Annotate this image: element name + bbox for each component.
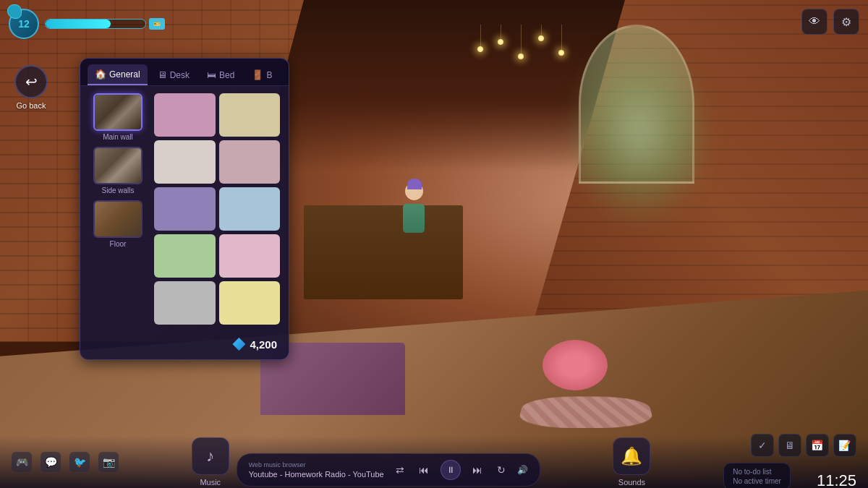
color-swatch-5[interactable] xyxy=(154,187,216,231)
level-badge: 12 xyxy=(9,9,39,39)
tab-extra-icon: 🚪 xyxy=(252,69,263,80)
color-swatch-10[interactable] xyxy=(219,281,281,325)
ticket-icon: 🎫 xyxy=(149,18,165,30)
sounds-section: 🔔 Sounds xyxy=(613,437,650,487)
tab-desk[interactable]: 🖥 Desk xyxy=(150,64,197,85)
hanging-lights xyxy=(477,25,564,59)
rug xyxy=(516,397,655,428)
panel-body: Main wall Side walls Floor xyxy=(80,86,289,332)
notes-button[interactable]: 📝 xyxy=(833,434,856,457)
todo-time-row: No to-do list No active timer 11:25 xyxy=(723,463,856,488)
customization-panel: 🏠 General 🖥 Desk 🛏 Bed 🚪 B Main wall xyxy=(80,58,289,360)
right-bottom-hud: ✓ 🖥 📅 📝 No to-do list No active timer 11… xyxy=(723,434,856,488)
color-swatch-3[interactable] xyxy=(154,140,216,184)
tab-desk-icon: 🖥 xyxy=(158,69,167,80)
tab-general-label: General xyxy=(109,69,140,80)
steam-icon[interactable]: 🎮 xyxy=(12,452,32,472)
hud-bottom-icons: ✓ 🖥 📅 📝 xyxy=(751,434,856,457)
thumb-main-wall[interactable]: Main wall xyxy=(89,93,147,141)
tab-extra-label: B xyxy=(266,70,272,80)
thumb-floor[interactable]: Floor xyxy=(89,200,147,248)
todo-box: No to-do list No active timer xyxy=(723,463,791,488)
desk xyxy=(304,205,463,299)
tab-general[interactable]: 🏠 General xyxy=(88,64,148,85)
color-swatch-7[interactable] xyxy=(154,234,216,278)
snake-icon xyxy=(7,4,22,19)
thumb-main-wall-img xyxy=(93,93,142,131)
tab-bed[interactable]: 🛏 Bed xyxy=(200,64,242,85)
play-pause-button[interactable]: ⏸ xyxy=(441,460,461,480)
thumbnails-column: Main wall Side walls Floor xyxy=(89,93,147,325)
no-timer-text: No active timer xyxy=(733,477,781,485)
color-grid xyxy=(154,93,280,325)
thumb-side-walls[interactable]: Side walls xyxy=(89,147,147,194)
thumb-floor-label: Floor xyxy=(110,240,127,248)
calendar-button[interactable]: 📅 xyxy=(806,434,829,457)
eye-button[interactable]: 👁 xyxy=(801,9,827,35)
color-swatch-8[interactable] xyxy=(219,234,281,278)
diamond-icon xyxy=(232,338,245,351)
xp-bar-fill xyxy=(46,20,111,28)
thumb-main-wall-label: Main wall xyxy=(103,133,133,141)
music-label: Music xyxy=(200,478,221,487)
color-swatch-4[interactable] xyxy=(219,140,281,184)
window-arch xyxy=(579,25,694,184)
clock-display: 11:25 xyxy=(817,471,856,488)
tab-desk-label: Desk xyxy=(170,70,190,80)
tab-bed-icon: 🛏 xyxy=(207,69,216,80)
tab-bed-label: Bed xyxy=(219,70,234,80)
instagram-icon[interactable]: 📷 xyxy=(98,452,119,472)
back-arrow-icon: ↩ xyxy=(25,73,38,90)
bean-bag xyxy=(542,340,608,390)
tabs-row: 🏠 General 🖥 Desk 🛏 Bed 🚪 B xyxy=(80,59,289,86)
tab-extra[interactable]: 🚪 B xyxy=(244,64,279,85)
music-info: Web music browser Youtube - Homework Rad… xyxy=(249,461,384,479)
twitter-icon[interactable]: 🐦 xyxy=(69,452,90,472)
color-swatch-1[interactable] xyxy=(154,93,216,137)
checkmark-button[interactable]: ✓ xyxy=(751,434,774,457)
tab-general-icon: 🏠 xyxy=(95,69,106,80)
go-back-button[interactable]: ↩ Go back xyxy=(14,65,48,110)
currency-row: 4,200 xyxy=(80,332,289,351)
sounds-label: Sounds xyxy=(618,478,645,487)
no-todo-text: No to-do list xyxy=(733,468,771,476)
hud-topleft: 12 🎫 xyxy=(9,9,165,39)
sounds-button[interactable]: 🔔 xyxy=(613,437,650,475)
color-swatch-9[interactable] xyxy=(154,281,216,325)
character xyxy=(399,186,428,236)
hud-topright: 👁 ⚙ xyxy=(801,9,859,35)
level-number: 12 xyxy=(18,18,30,30)
repeat-button[interactable]: ↻ xyxy=(494,463,509,477)
back-arrow-circle: ↩ xyxy=(14,65,48,98)
social-icons: 🎮 💬 🐦 📷 xyxy=(12,452,119,472)
go-back-label: Go back xyxy=(17,101,46,110)
discord-icon[interactable]: 💬 xyxy=(41,452,61,472)
xp-bar-container: 🎫 xyxy=(45,18,165,30)
music-track: Youtube - Homework Radio - YouTube xyxy=(249,470,384,479)
volume-icon: 🔊 xyxy=(517,465,528,475)
music-source: Web music browser xyxy=(249,461,384,468)
next-button[interactable]: ⏭ xyxy=(469,463,485,477)
thumb-side-walls-label: Side walls xyxy=(101,187,134,194)
monitor-button[interactable]: 🖥 xyxy=(778,434,801,457)
xp-bar-bg xyxy=(45,19,146,29)
music-controls: Web music browser Youtube - Homework Rad… xyxy=(237,453,540,487)
prev-button[interactable]: ⏮ xyxy=(416,463,432,477)
color-swatch-6[interactable] xyxy=(219,187,281,231)
music-button[interactable]: ♪ xyxy=(192,437,229,475)
shuffle-button[interactable]: ⇄ xyxy=(393,463,407,477)
thumb-side-walls-img xyxy=(93,147,142,184)
currency-amount: 4,200 xyxy=(250,338,277,351)
settings-icon: ⚙ xyxy=(841,15,851,29)
thumb-floor-img xyxy=(93,200,142,238)
color-swatch-2[interactable] xyxy=(219,93,281,137)
settings-button[interactable]: ⚙ xyxy=(833,9,859,35)
music-player: ♪ Music xyxy=(192,437,229,487)
eye-icon: 👁 xyxy=(809,15,820,28)
bottom-bar: 🎮 💬 🐦 📷 ♪ Music Web music browser Youtub… xyxy=(0,436,868,488)
